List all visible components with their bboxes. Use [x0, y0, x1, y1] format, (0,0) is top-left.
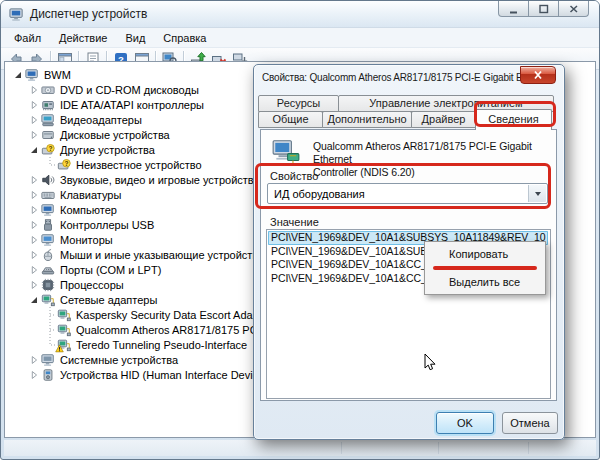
close-button[interactable]: [558, 1, 589, 17]
device-name-line1: Qualcomm Atheros AR8171/8175 PCI-E Gigab…: [313, 140, 550, 166]
warning-icon: [55, 344, 64, 353]
window-controls: [499, 1, 589, 17]
ide-controller-icon: [41, 97, 56, 112]
expander-collapsed-icon[interactable]: [27, 247, 41, 262]
menu-действие[interactable]: Действие: [50, 30, 116, 46]
menu-вид[interactable]: Вид: [116, 30, 154, 46]
tree-connector: [43, 307, 57, 322]
status-separator: [438, 442, 439, 454]
ok-button[interactable]: OK: [436, 412, 494, 434]
tree-item-label: Дисковые устройства: [60, 129, 170, 141]
tab-ресурсы[interactable]: Ресурсы: [258, 95, 339, 112]
maximize-button[interactable]: [528, 1, 559, 17]
tab-драйвер[interactable]: Драйвер: [411, 111, 476, 128]
tree-item-label: Видеоадаптеры: [60, 114, 142, 126]
network-adapter-icon: [57, 337, 72, 352]
mouse-icon: [41, 247, 56, 262]
window-bottom-frame: [4, 440, 596, 456]
expander-collapsed-icon[interactable]: [27, 202, 41, 217]
expander-collapsed-icon[interactable]: [27, 97, 41, 112]
monitor-icon: [41, 232, 56, 247]
expander-collapsed-icon[interactable]: [27, 262, 41, 277]
computer-icon: [41, 202, 56, 217]
menu-справка[interactable]: Справка: [154, 30, 215, 46]
video-adapter-icon: [41, 112, 56, 127]
chevron-down-icon[interactable]: [528, 185, 546, 202]
cd-drive-icon: [41, 82, 56, 97]
tree-item-label: Сетевые адаптеры: [60, 294, 157, 306]
network-adapter-icon: [57, 322, 72, 337]
property-dropdown[interactable]: ИД оборудования: [267, 183, 548, 204]
expander-collapsed-icon[interactable]: [27, 187, 41, 202]
menubar: ФайлДействиеВидСправка: [1, 28, 599, 48]
tree-item-label: Устройства HID (Human Interface Devices): [60, 369, 273, 381]
cancel-button[interactable]: Отмена: [502, 412, 558, 434]
minimize-button[interactable]: [498, 1, 529, 17]
value-label: Значение: [270, 216, 319, 228]
device-manager-icon: [9, 7, 24, 22]
svg-text:?: ?: [64, 160, 68, 167]
expander-collapsed-icon[interactable]: [27, 277, 41, 292]
tree-item-label: IDE ATA/ATAPI контроллеры: [60, 99, 204, 111]
property-dropdown-value: ИД оборудования: [274, 188, 365, 200]
tree-item-label: Клавиатуры: [60, 189, 121, 201]
dialog-title: Свойства: Qualcomm Atheros AR8171/8175 P…: [262, 72, 546, 83]
other-devices-icon: ?: [41, 142, 56, 157]
tree-item-label: Звуковые, видео и игровые устройства: [60, 174, 260, 186]
expander-expanded-icon[interactable]: [27, 142, 41, 157]
disk-drive-icon: [41, 127, 56, 142]
tree-item-label: Kaspersky Security Data Escort Adapter: [76, 309, 272, 321]
close-button[interactable]: [520, 66, 556, 84]
computer-icon: [25, 67, 40, 82]
tree-item-label: Компьютер: [60, 204, 117, 216]
expander-collapsed-icon[interactable]: [27, 172, 41, 187]
tree-item-label: Мыши и иные указывающие устройства: [60, 249, 264, 261]
tree-connector: [43, 322, 57, 337]
status-separator: [528, 442, 529, 454]
expander-collapsed-icon[interactable]: [27, 217, 41, 232]
expander-collapsed-icon[interactable]: [27, 352, 41, 367]
cpu-icon: [41, 277, 56, 292]
tree-item-label: Порты (COM и LPT): [60, 264, 161, 276]
expander-collapsed-icon[interactable]: [27, 232, 41, 247]
tree-item-label: Системные устройства: [60, 354, 178, 366]
tree-connector: [43, 157, 57, 172]
tab-общие[interactable]: Общие: [258, 111, 323, 128]
menu-файл[interactable]: Файл: [5, 30, 50, 46]
expander-expanded-icon[interactable]: [11, 67, 25, 82]
system-devices-icon: [41, 352, 56, 367]
expander-collapsed-icon[interactable]: [27, 127, 41, 142]
tab-дополнительно[interactable]: Дополнительно: [322, 111, 412, 128]
tree-item-label: Мониторы: [60, 234, 113, 246]
keyboard-icon: [41, 187, 56, 202]
window-title: Диспетчер устройств: [30, 7, 147, 21]
tree-item-label: DVD и CD-ROM дисководы: [60, 84, 199, 96]
hid-icon: [41, 367, 56, 382]
expander-collapsed-icon[interactable]: [27, 112, 41, 127]
dialog-titlebar[interactable]: Свойства: Qualcomm Atheros AR8171/8175 P…: [254, 65, 564, 89]
tree-item-label: Контроллеры USB: [60, 219, 154, 231]
tree-item-label: Неизвестное устройство: [76, 159, 202, 171]
network-adapter-icon: [57, 307, 72, 322]
network-adapter-icon: [41, 292, 56, 307]
status-separator: [341, 442, 342, 454]
expander-collapsed-icon[interactable]: [27, 82, 41, 97]
device-name-line2: Controller (NDIS 6.20): [313, 166, 550, 179]
context-menu-item-select-all[interactable]: Выделить все: [427, 272, 543, 292]
tree-item-label: Другие устройства: [60, 144, 155, 156]
usb-icon: [41, 217, 56, 232]
expander-expanded-icon[interactable]: [27, 292, 41, 307]
device-name: Qualcomm Atheros AR8171/8175 PCI-E Gigab…: [313, 140, 550, 179]
annotation-underline-copy: [433, 266, 537, 270]
tree-item-label: Процессоры: [60, 279, 124, 291]
expander-collapsed-icon[interactable]: [27, 367, 41, 382]
sound-icon: [41, 172, 56, 187]
unknown-device-icon: ?: [57, 157, 72, 172]
property-label: Свойство: [270, 170, 318, 182]
context-menu-item-copy[interactable]: Копировать: [427, 244, 543, 264]
svg-text:?: ?: [48, 145, 52, 152]
tab-сведения[interactable]: Сведения: [475, 109, 552, 130]
ports-icon: [41, 262, 56, 277]
context-menu: КопироватьВыделить все: [424, 241, 546, 295]
tree-item-label: BWM: [44, 69, 71, 81]
